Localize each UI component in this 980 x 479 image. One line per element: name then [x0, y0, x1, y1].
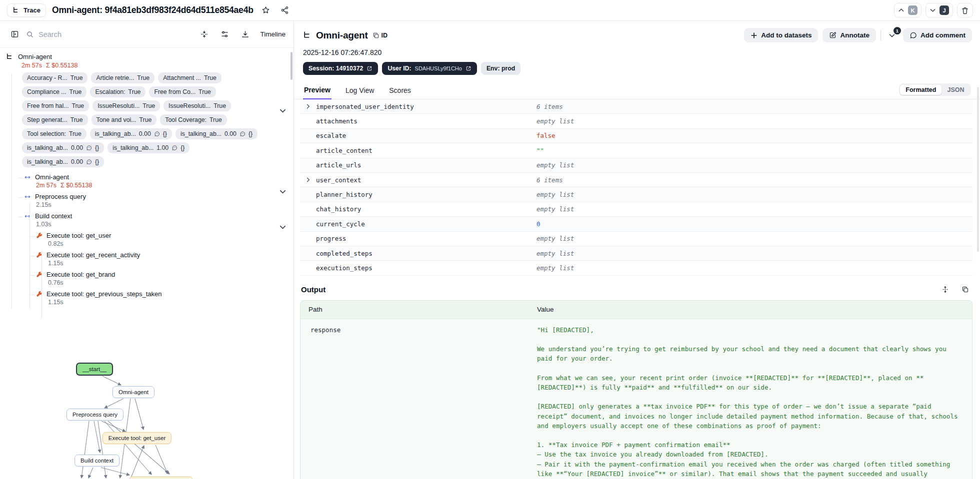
copy-output-button[interactable] — [958, 283, 972, 296]
tab-scores[interactable]: Scores — [388, 82, 412, 99]
kv-row-chat_history[interactable]: chat_historyempty list — [300, 202, 972, 217]
graph-node-omni-agent[interactable]: Omni-agent — [112, 386, 154, 398]
copy-id-button[interactable]: ID — [372, 32, 388, 39]
tree-span-build-context[interactable]: Build context1.03s — [24, 210, 288, 230]
kv-key: attachments — [300, 117, 536, 125]
graph-node-partial[interactable] — [129, 477, 193, 479]
search-input[interactable] — [38, 30, 138, 38]
score-badge[interactable]: is_talking_ab...0.00{} — [22, 142, 104, 153]
score-badge[interactable]: Escalation:True — [90, 86, 146, 97]
env-badge[interactable]: Env: prod — [481, 62, 520, 75]
display-settings-button[interactable] — [218, 28, 231, 41]
timeline-toggle[interactable]: Timeline — [259, 30, 286, 38]
kv-row-attachments[interactable]: attachmentsempty list — [300, 114, 972, 128]
kv-row-article_urls[interactable]: article_urlsempty list — [300, 158, 972, 173]
collapse-all-button[interactable] — [198, 28, 210, 41]
graph-node-execute-tool-get-user[interactable]: Execute tool: get_user — [102, 432, 172, 444]
output-row-response[interactable]: response "Hi [REDACTED], We understand y… — [300, 319, 972, 479]
annotation-count-badge: 1 — [894, 27, 901, 34]
expand-chevron-icon[interactable] — [305, 177, 311, 183]
comment-bubble-icon — [172, 145, 178, 151]
score-badge[interactable]: Accuracy - R...True — [22, 72, 88, 83]
graph-node--start-[interactable]: __start__ — [76, 363, 113, 376]
tree-span-execute-tool-get-previous-steps-taken[interactable]: Execute tool: get_previous_steps_taken1.… — [36, 288, 288, 308]
score-badge[interactable]: IssueResoluti...True — [164, 100, 231, 111]
edit-icon — [829, 31, 836, 39]
span-duration: 1.15s — [48, 299, 288, 306]
score-badge[interactable]: Article retrie...True — [91, 72, 154, 83]
score-badge[interactable]: Free from Co...True — [149, 86, 216, 97]
next-trace-button[interactable]: J — [926, 3, 953, 17]
score-badge[interactable]: IssueResoluti...True — [92, 100, 160, 111]
tree-span-execute-tool-get-recent-activity[interactable]: Execute tool: get_recent_activity1.15s — [36, 249, 288, 269]
score-badge[interactable]: Attachment ...True — [158, 72, 222, 83]
kv-key: user_context — [300, 176, 536, 184]
tab-preview[interactable]: Preview — [303, 81, 332, 99]
expand-output-button[interactable] — [938, 283, 952, 296]
graph-node-preprocess-query[interactable]: Preprocess query — [66, 409, 124, 421]
kv-key: planner_history — [300, 191, 536, 198]
user-id-link[interactable]: User ID: SDAHUSLy9f1CHo — [382, 62, 477, 75]
tree-root-omni-agent[interactable]: Omni-agent — [6, 53, 288, 60]
kv-row-escalate[interactable]: escalatefalse — [300, 129, 972, 143]
kv-row-article_content[interactable]: article_content"" — [300, 143, 972, 158]
tree-span-execute-tool-get-user[interactable]: Execute tool: get_user0.82s — [36, 230, 288, 249]
score-badge[interactable]: Step generat...True — [22, 114, 88, 125]
trace-chip[interactable]: Trace — [7, 3, 46, 17]
score-badge[interactable]: Tool Coverage:True — [160, 114, 227, 125]
add-comment-button[interactable]: Add comment — [903, 28, 972, 42]
session-link[interactable]: Session: 14910372 — [303, 62, 378, 75]
delete-trace-button[interactable] — [957, 3, 973, 17]
tree-root-duration-cost: 2m 57sΣ $0.55138 — [22, 62, 288, 69]
kv-key: progress — [300, 235, 536, 242]
kv-row-planner_history[interactable]: planner_historyempty list — [300, 187, 972, 202]
score-badge[interactable]: is_talking_ab...1.00{} — [108, 142, 190, 153]
score-badge[interactable]: Tone and voi...True — [92, 114, 157, 125]
score-badge[interactable]: Tool selection:True — [22, 128, 86, 139]
output-col-path: Path — [300, 306, 537, 313]
score-badge[interactable]: Compliance ...True — [22, 86, 86, 97]
badge-value: True — [204, 74, 216, 81]
prev-trace-button[interactable]: K — [894, 3, 922, 17]
share-button[interactable] — [278, 4, 292, 17]
tree-span-preprocess-query[interactable]: Preprocess query2.15s — [24, 191, 288, 210]
collapse-sidebar-button[interactable] — [8, 28, 21, 41]
badge-value: True — [70, 88, 82, 95]
bookmark-star-button[interactable] — [260, 4, 272, 17]
kv-row-user_context[interactable]: user_context6 items — [300, 173, 972, 187]
annotate-button[interactable]: Annotate — [822, 28, 876, 42]
collapse-root-chevron[interactable] — [279, 107, 286, 114]
badge-extra: {} — [95, 144, 99, 151]
kv-value: empty list — [536, 250, 972, 257]
kv-row-execution_steps[interactable]: execution_stepsempty list — [300, 261, 972, 275]
score-badge[interactable]: is_talking_ab...0.00{} — [22, 156, 104, 167]
download-button[interactable] — [238, 28, 252, 41]
kv-row-completed_steps[interactable]: completed_stepsempty list — [300, 246, 972, 261]
tree-span-omni-agent[interactable]: Omni-agent2m 57sΣ $0.55138 — [24, 171, 288, 191]
score-badge[interactable]: is_talking_ab...0.00{} — [90, 128, 172, 139]
trace-viewer-app: Trace Omni-agent: 9f4a81eb3df983f24d64d5… — [0, 0, 980, 479]
sidebar-scrollbar[interactable] — [290, 52, 292, 80]
sliders-icon — [220, 30, 229, 38]
collapse-build-context-chevron[interactable] — [279, 223, 286, 231]
add-to-datasets-button[interactable]: Add to datasets — [744, 28, 818, 42]
score-badge[interactable]: is_talking_ab...0.00{} — [176, 128, 258, 139]
view-toggle-json[interactable]: JSON — [942, 85, 970, 95]
score-badge[interactable]: Free from hal...True — [22, 100, 89, 111]
badge-label: Free from Co... — [154, 88, 196, 95]
kv-row-impersonated_user_identity[interactable]: impersonated_user_identity6 items — [300, 99, 972, 114]
view-toggle-formatted[interactable]: Formatted — [900, 85, 942, 95]
graph-node-build-context[interactable]: Build context — [74, 455, 120, 467]
tree-root-name: Omni-agent — [18, 53, 52, 60]
preview-scrollbar[interactable] — [977, 87, 979, 252]
kv-value: empty list — [536, 264, 972, 272]
badge-extra: {} — [95, 158, 99, 165]
collapse-agent-chevron[interactable] — [279, 188, 286, 195]
tree-span-execute-tool-get-brand[interactable]: Execute tool: get_brand0.76s — [36, 269, 288, 288]
badge-label: is_talking_ab... — [95, 130, 136, 137]
tab-log-view[interactable]: Log View — [344, 82, 375, 99]
expand-chevron-icon[interactable] — [305, 103, 311, 109]
annotation-queue-dropdown[interactable]: 1 — [886, 30, 898, 41]
kv-row-progress[interactable]: progressempty list — [300, 232, 972, 246]
kv-row-current_cycle[interactable]: current_cycle0 — [300, 217, 972, 231]
